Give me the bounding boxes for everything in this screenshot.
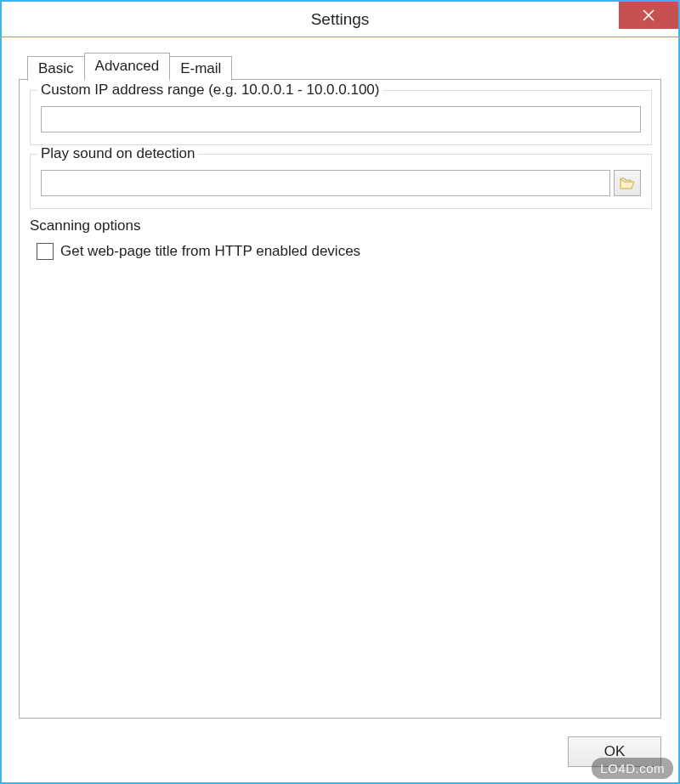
group-ip-range-title: Custom IP address range (e.g. 10.0.0.1 -… <box>37 82 382 99</box>
tab-basic[interactable]: Basic <box>27 56 85 81</box>
sound-input-wrap <box>41 170 641 196</box>
titlebar: Settings <box>2 2 678 37</box>
folder-open-icon <box>620 177 635 190</box>
window-title: Settings <box>311 10 370 29</box>
settings-window: Settings Basic Advanced E-mail Custom IP… <box>0 0 680 784</box>
sound-path-input[interactable] <box>41 170 610 196</box>
close-button[interactable] <box>619 2 678 29</box>
tab-email[interactable]: E-mail <box>169 56 232 81</box>
ip-range-input-wrap <box>41 106 641 133</box>
group-scanning-title: Scanning options <box>30 217 652 234</box>
browse-sound-button[interactable] <box>614 170 641 196</box>
group-ip-range: Custom IP address range (e.g. 10.0.0.1 -… <box>30 90 652 145</box>
footer: OK <box>2 728 678 782</box>
content-area: Basic Advanced E-mail Custom IP address … <box>2 37 678 728</box>
group-scanning: Scanning options Get web-page title from… <box>30 217 652 260</box>
checkbox-row-http-title: Get web-page title from HTTP enabled dev… <box>30 243 652 260</box>
tab-strip: Basic Advanced E-mail <box>27 53 661 80</box>
checkbox-http-title-label: Get web-page title from HTTP enabled dev… <box>60 243 360 260</box>
ok-button[interactable]: OK <box>568 736 661 767</box>
ip-range-input[interactable] <box>41 106 641 133</box>
checkbox-http-title[interactable] <box>37 243 54 260</box>
close-icon <box>643 9 654 21</box>
tab-panel-advanced: Custom IP address range (e.g. 10.0.0.1 -… <box>19 79 661 719</box>
tab-advanced[interactable]: Advanced <box>84 53 171 80</box>
group-sound: Play sound on detection <box>30 154 652 209</box>
group-sound-title: Play sound on detection <box>37 145 198 162</box>
